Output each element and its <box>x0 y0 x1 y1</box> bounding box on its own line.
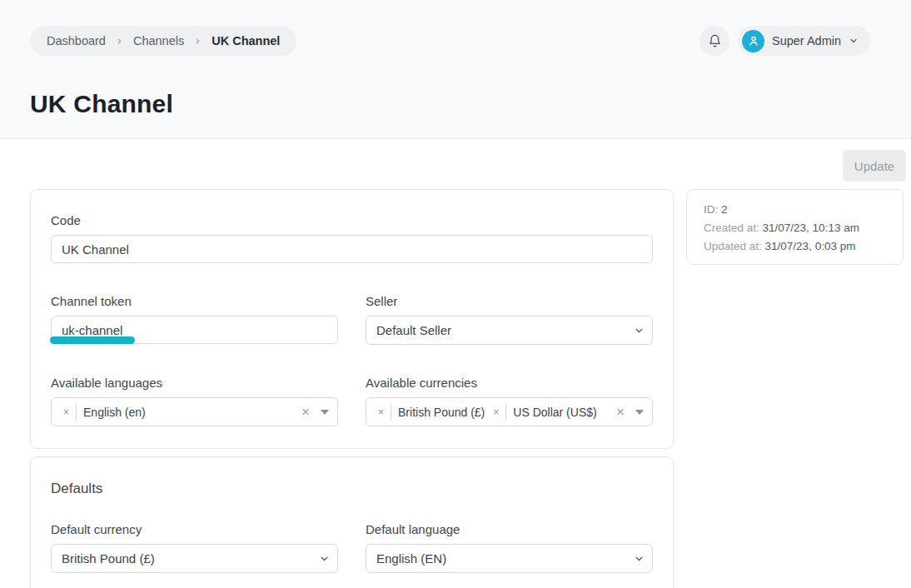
available-currencies-field: Available currencies × British Pound (£)… <box>366 376 653 426</box>
chevron-right-icon <box>116 37 123 45</box>
breadcrumb: Dashboard Channels UK Channel <box>30 26 296 56</box>
created-at-label: Created at: <box>704 222 759 234</box>
bell-icon <box>708 34 722 48</box>
chip-label: English (en) <box>83 406 146 419</box>
defaults-title: Defaults <box>51 481 653 497</box>
avatar <box>742 30 764 52</box>
available-languages-label: Available languages <box>51 376 338 390</box>
channel-details-card: Code Channel token Seller Default Seller <box>30 189 674 449</box>
updated-at-value: 31/07/23, 0:03 pm <box>765 240 856 252</box>
header-band: Dashboard Channels UK Channel <box>0 0 911 139</box>
breadcrumb-item-channels[interactable]: Channels <box>133 34 184 47</box>
user-menu-button[interactable]: Super Admin <box>738 26 870 56</box>
chip-label: British Pound (£) <box>398 406 485 419</box>
updated-at-label: Updated at: <box>704 240 762 252</box>
remove-chip-icon[interactable]: × <box>62 407 71 417</box>
default-language-field: Default language English (EN) <box>366 522 653 573</box>
currency-chip: × British Pound (£) <box>376 404 485 421</box>
code-field: Code <box>51 213 653 263</box>
code-label: Code <box>51 213 653 227</box>
remove-chip-icon[interactable]: × <box>376 407 386 417</box>
seller-field: Seller Default Seller <box>366 294 653 345</box>
clear-icon[interactable]: × <box>301 405 310 419</box>
id-label: ID: <box>704 203 718 216</box>
available-languages-field: Available languages × English (en) × <box>51 376 338 426</box>
dropdown-arrow-icon[interactable] <box>635 410 644 415</box>
channel-token-label: Channel token <box>51 294 338 308</box>
available-currencies-select[interactable]: × British Pound (£) × US Dollar (US$) × <box>366 397 653 426</box>
dropdown-arrow-icon[interactable] <box>321 410 329 415</box>
default-currency-label: Default currency <box>51 522 338 536</box>
entity-id-row: ID: 2 <box>704 201 886 219</box>
channel-token-input[interactable] <box>51 316 338 344</box>
default-language-label: Default language <box>366 522 653 536</box>
remove-chip-icon[interactable]: × <box>491 407 500 417</box>
chip-label: US Dollar (US$) <box>513 406 596 419</box>
update-button[interactable]: Update <box>843 150 906 182</box>
breadcrumb-item-dashboard[interactable]: Dashboard <box>47 34 106 47</box>
chip-divider <box>391 404 391 421</box>
chevron-down-icon <box>849 36 859 46</box>
seller-label: Seller <box>366 294 653 308</box>
code-input[interactable] <box>51 235 653 263</box>
chip-divider <box>505 404 506 421</box>
default-currency-field: Default currency British Pound (£) <box>51 522 338 573</box>
created-at-value: 31/07/23, 10:13 am <box>763 222 859 234</box>
user-name: Super Admin <box>772 34 841 47</box>
clear-icon[interactable]: × <box>616 405 625 419</box>
channel-detail-page: Dashboard Channels UK Channel <box>0 0 911 588</box>
default-language-select[interactable]: English (EN) <box>366 544 653 573</box>
available-languages-select[interactable]: × English (en) × <box>51 397 338 426</box>
channel-token-field: Channel token <box>51 294 338 345</box>
created-at-row: Created at: 31/07/23, 10:13 am <box>704 219 886 237</box>
seller-select[interactable]: Default Seller <box>366 316 653 345</box>
default-currency-select[interactable]: British Pound (£) <box>51 544 338 573</box>
chip-divider <box>76 404 77 421</box>
user-icon <box>747 34 760 47</box>
chevron-right-icon <box>194 37 202 45</box>
breadcrumb-item-current: UK Channel <box>212 34 280 47</box>
notifications-button[interactable] <box>699 26 729 56</box>
id-value: 2 <box>721 203 728 216</box>
page-title: UK Channel <box>30 90 173 118</box>
currency-chip: × US Dollar (US$) <box>491 404 596 421</box>
updated-at-row: Updated at: 31/07/23, 0:03 pm <box>704 237 886 256</box>
entity-info-card: ID: 2 Created at: 31/07/23, 10:13 am Upd… <box>686 189 904 265</box>
language-chip: × English (en) <box>62 404 146 421</box>
defaults-card: Defaults Default currency British Pound … <box>30 456 674 588</box>
available-currencies-label: Available currencies <box>366 376 653 390</box>
